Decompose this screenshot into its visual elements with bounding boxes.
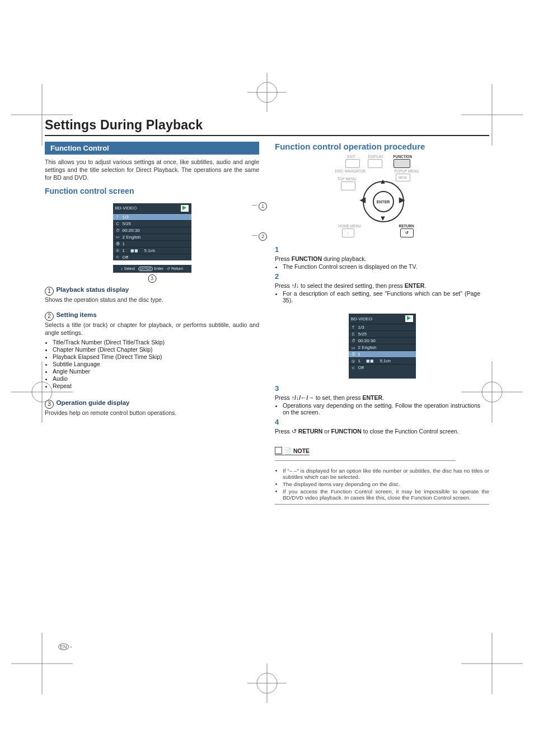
svg-point-2 — [257, 82, 277, 102]
osd-row-subtitle: ▭2 English — [113, 234, 191, 240]
step-text: Press ↑/↓/←/→ to set, then press ENTER. … — [275, 394, 480, 418]
title-icon: T — [115, 214, 120, 219]
arrows-icon: ↑/↓/←/→ — [292, 394, 314, 401]
osd-panel-diagram: BD-VIDEO T1/3 C5/25 ⏱00:20:30 ▭2 English… — [45, 199, 259, 275]
osd-row-angle: ⦿1 — [349, 351, 416, 357]
osd-panel-diagram-2: BD-VIDEO T1/3 C5/25 ⏱00:20:30 ▭2 English… — [275, 309, 489, 381]
section-header: Function Control — [45, 142, 259, 155]
step-number: 4 — [275, 418, 283, 426]
title-icon: T — [351, 325, 356, 330]
title-rule — [45, 135, 489, 136]
guide-return: ↺ Return — [167, 267, 183, 271]
step-text: Press ↺ RETURN or FUNCTION to close the … — [275, 428, 480, 435]
list-item: Subtitle Language — [53, 361, 259, 367]
sub3-body: Provides help on remote control button o… — [45, 409, 259, 417]
popup-label: POPUP MENU — [395, 169, 419, 173]
step-1: 1 Press FUNCTION during playback. The Fu… — [275, 245, 489, 272]
step-sub: Operations vary depending on the setting… — [283, 402, 480, 416]
step-4: 4 Press ↺ RETURN or FUNCTION to close th… — [275, 418, 489, 438]
callout-1: — 1 — [252, 202, 267, 211]
subsection-1: 1 Playback status display Shows the oper… — [45, 284, 259, 304]
circled-2-icon: 2 — [45, 312, 54, 321]
angle-icon: ⦿ — [351, 352, 356, 357]
left-column: Function Control This allows you to adju… — [45, 142, 259, 505]
guide-select: ↕ Select — [121, 267, 135, 270]
osd-row-subtitle: ▭2 English — [349, 344, 416, 351]
osd-row-chapter: C5/25 — [113, 220, 191, 227]
setting-items-list: Title/Track Number (Direct Title/Track S… — [45, 339, 259, 389]
repeat-value: Off — [123, 255, 129, 260]
time-value: 00:20:30 — [123, 228, 140, 233]
osd-row-audio: ◎1 ◼◼ 5.1ch — [113, 247, 191, 254]
step-sub: The Function Control screen is displayed… — [283, 263, 480, 270]
home-button: ⌂ — [342, 228, 354, 237]
angle-icon: ⦿ — [115, 241, 120, 246]
page-lang-mark: EN - — [58, 643, 72, 650]
top-menu-button — [341, 181, 355, 190]
osd-row-time: ⏱00:20:30 — [349, 337, 416, 344]
right-column: Function control operation procedure EXI… — [275, 142, 489, 505]
play-icon — [405, 315, 414, 323]
d-pad: ENTER ▲ ▼ ◀ ▶ — [360, 178, 405, 223]
intro-text: This allows you to adjust various settin… — [45, 158, 259, 182]
osd-row-angle: ⦿1 — [113, 240, 191, 247]
list-item: Chapter Number (Direct Chapter Skip) — [53, 346, 259, 353]
up-down-icon: ↑/↓ — [292, 282, 299, 289]
audio-icon: ◎ — [115, 248, 120, 253]
return-label: RETURN — [399, 224, 414, 228]
function-control-osd: BD-VIDEO T1/3 C5/25 ⏱00:20:30 ▭2 English… — [113, 203, 191, 273]
osd-row-audio: ◎1 ◼◼ 5.1ch — [349, 357, 416, 364]
note-block: 📄 NOTE If "– –" is displayed for an opti… — [275, 442, 489, 505]
function-button — [394, 159, 410, 168]
dolby-icon: ◼◼ — [366, 358, 374, 363]
enter-button: ENTER — [373, 191, 394, 212]
osd-row-chapter: C5/25 — [349, 330, 416, 337]
callout-2: — 2 — [252, 232, 267, 241]
step-text: Press FUNCTION during playback. The Func… — [275, 255, 480, 272]
right-arrow-icon: ▶ — [399, 195, 405, 204]
sub1-title: Playback status display — [56, 286, 129, 293]
osd-row-repeat: ⊂Off — [349, 364, 416, 371]
list-item: Repeat — [53, 382, 259, 389]
sub3-title: Operation guide display — [56, 399, 129, 406]
exit-label: EXIT — [348, 155, 355, 158]
page-title: Settings During Playback — [45, 118, 489, 133]
step-number: 2 — [275, 272, 283, 281]
osd-disc-type: BD-VIDEO — [351, 316, 373, 321]
osd-guide-bar: ↕ Select ENTER Enter ↺ Return — [113, 260, 191, 273]
chapter-icon: C — [351, 332, 356, 337]
screen-subheading: Function control screen — [45, 186, 259, 195]
list-item: The displayed items vary depending on th… — [283, 481, 489, 487]
osd-header: BD-VIDEO — [349, 314, 416, 324]
display-label: DISPLAY — [368, 155, 383, 158]
step-2: 2 Press ↑/↓ to select the desired settin… — [275, 272, 489, 306]
repeat-icon: ⊂ — [115, 255, 120, 259]
two-column-layout: Function Control This allows you to adju… — [45, 142, 489, 505]
note-bottom-rule — [275, 504, 489, 505]
repeat-icon: ⊂ — [351, 366, 356, 370]
return-button: ↺ — [400, 228, 414, 237]
guide-enter: ENTER Enter — [138, 267, 163, 271]
list-item: Angle Number — [53, 368, 259, 375]
remote-diagram: EXIT DISPLAY FUNCTION DISC NAVIGATOR TOP… — [338, 155, 427, 239]
subsection-2: 2 Setting items Selects a title (or trac… — [45, 309, 259, 389]
clock-icon: ⏱ — [351, 339, 356, 343]
down-arrow-icon: ▼ — [380, 214, 387, 222]
list-item: If "– –" is displayed for an option like… — [283, 468, 489, 480]
left-arrow-icon: ◀ — [360, 195, 366, 204]
callout-3: 3 — [148, 274, 156, 283]
step-number: 3 — [275, 384, 283, 393]
subtitle-icon: ▭ — [115, 235, 120, 239]
play-icon — [180, 204, 189, 212]
disc-nav-label: DISC NAVIGATOR — [335, 169, 366, 173]
sub2-body: Selects a title (or track) or chapter fo… — [45, 321, 259, 337]
function-label: FUNCTION — [394, 155, 413, 158]
list-item: If you access the Function Control scree… — [283, 488, 489, 501]
sub2-title: Setting items — [56, 311, 96, 318]
title-value: 1/3 — [123, 214, 129, 220]
circled-1-icon: 1 — [45, 287, 54, 296]
list-item: Title/Track Number (Direct Title/Track S… — [53, 339, 259, 346]
chapter-value: 5/25 — [123, 221, 132, 226]
display-button — [368, 159, 382, 168]
step-3: 3 Press ↑/↓/←/→ to set, then press ENTER… — [275, 384, 489, 418]
